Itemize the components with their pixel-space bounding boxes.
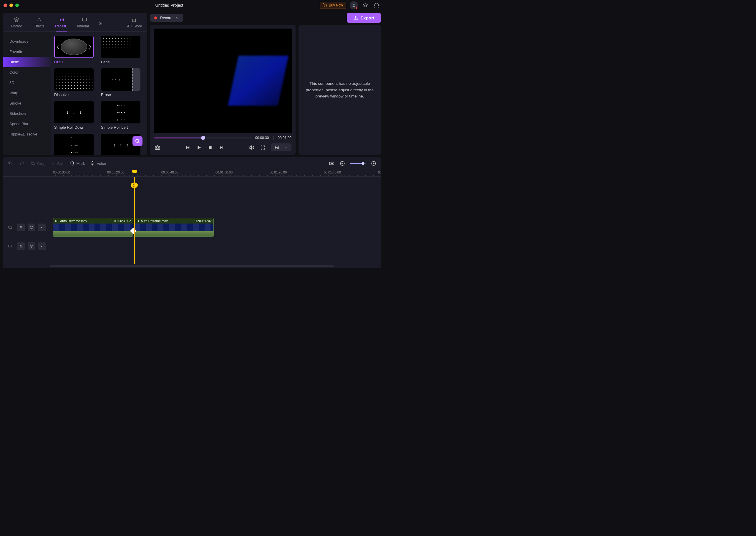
mark-tool[interactable]: Mark [70,161,85,166]
sidebar-label: Sideshow [10,111,26,116]
transitions-grid: Orb 1 Fade Dissolve ⋯→ Erase [51,31,147,155]
zoom-in-button[interactable] [370,160,377,167]
tutorials-button[interactable] [362,1,369,9]
project-title: Untitled Project [19,3,320,8]
undo-button[interactable] [7,160,14,167]
crop-icon [31,161,35,166]
tab-transitions[interactable]: Transiti... [51,16,73,31]
sidebar-label: Ripple&Dissolve [10,132,37,136]
chevron-down-icon [284,146,287,149]
tab-effects[interactable]: Effects [28,16,50,31]
account-button[interactable] [350,1,358,10]
zoom-handle[interactable] [362,162,364,165]
timeline-scrollbar[interactable] [50,265,334,267]
transition-simple-roll-right[interactable]: ⋯→⋯→⋯→ [54,134,97,155]
fit-timeline-button[interactable] [329,160,335,167]
track-mute-button[interactable] [38,223,46,231]
stop-button[interactable] [207,144,213,151]
split-tool[interactable]: Split [51,161,64,166]
export-label: Export [360,15,374,20]
redo-button[interactable] [19,160,25,167]
maximize-window[interactable] [15,4,19,7]
sidebar-item-favorite[interactable]: Favorite [3,47,51,57]
sidebar-item-downloads[interactable]: Downloads [3,36,51,47]
lock-icon [19,226,23,229]
timeline-panel: Crop Split Mark Voice 00:00:00:00 00:00:… [3,157,381,268]
zoom-fit-dropdown[interactable]: Fit [271,144,292,151]
search-transitions-button[interactable] [133,136,142,146]
snapshot-button[interactable] [154,144,161,151]
transition-orb1[interactable]: Orb 1 [54,36,97,64]
close-window[interactable] [4,4,7,7]
media-panel: Library Effects Transiti... Annotat... S… [3,13,147,155]
sidebar-item-speed-blur[interactable]: Speed Blur [3,119,51,129]
next-frame-button[interactable] [218,144,225,151]
svg-rect-15 [209,146,211,149]
transition-label: Simple Roll Down [54,125,97,130]
fullscreen-button[interactable] [260,144,266,151]
plus-circle-icon [371,161,376,166]
transitions-categories: Downloads Favorite Basic Color 3D Warp S… [3,31,51,155]
record-dropdown[interactable]: Record [150,14,183,22]
mark-label: Mark [76,161,85,166]
preview-progress-slider[interactable] [154,138,252,138]
track-number: 02 [8,225,14,229]
tab-annotations[interactable]: Annotat... [73,16,95,31]
sidebar-item-smoke[interactable]: Smoke [3,98,51,108]
timeline-clip[interactable]: Auto Reframe.mov 00:00:30:02 [53,218,133,237]
voice-tool[interactable]: Voice [90,161,106,166]
sidebar-item-warp[interactable]: Warp [3,88,51,98]
transition-simple-roll-left[interactable]: ←⋯←⋯←⋯ Simple Roll Left [101,101,144,130]
zoom-slider[interactable] [350,163,366,164]
sidebar-item-3d[interactable]: 3D [3,78,51,88]
timeline-ruler[interactable]: 00:00:00:00 00:00:20:00 00:00:40:00 00:0… [50,170,381,176]
preview-frame [228,56,289,106]
svg-rect-26 [20,227,22,228]
playhead-handle[interactable] [132,170,137,173]
sidebar-label: Warp [10,91,18,95]
track-lock-button[interactable] [17,242,25,250]
tab-library[interactable]: Library [5,16,27,31]
total-time: 00:01:00 [278,136,292,140]
minimize-window[interactable] [10,4,13,7]
crop-tool[interactable]: Crop [31,161,45,166]
prev-frame-button[interactable] [185,144,191,151]
export-button[interactable]: Export [347,13,381,23]
sidebar-item-ripple-dissolve[interactable]: Ripple&Dissolve [3,129,51,139]
stop-icon [208,145,212,150]
timeline-tracks: ⟩⟨ 02 Auto Reframe.mov 00:00:30:02 [3,177,381,264]
track-visibility-button[interactable] [28,242,35,250]
svg-point-27 [31,227,32,228]
support-button[interactable] [373,1,380,9]
transition-fade[interactable]: Fade [101,36,144,64]
ruler-tick: 00:00:20:00 [107,171,124,174]
tab-effects-label: Effects [34,24,44,28]
sidebar-item-sideshow[interactable]: Sideshow [3,108,51,119]
sidebar-item-basic[interactable]: Basic [3,57,51,67]
volume-button[interactable] [248,144,255,151]
playhead-line[interactable] [134,177,135,264]
slider-handle[interactable] [201,136,205,140]
transition-simple-roll-down[interactable]: ↓↓↓ Simple Roll Down [54,101,97,130]
tab-sfx-store[interactable]: SFX Store [123,16,145,31]
track-visibility-button[interactable] [28,223,35,231]
track-mute-button[interactable] [38,242,46,250]
buy-now-button[interactable]: Buy Now [320,2,346,9]
tab-transitions-label: Transiti... [54,24,69,28]
window-controls [4,4,19,7]
play-button[interactable] [196,144,202,151]
timeline-clip[interactable]: Auto Reframe.mov 00:00:30:02 [134,218,214,237]
svg-marker-14 [198,146,201,149]
transition-erase[interactable]: ⋯→ Erase [101,68,144,97]
tabs-more[interactable] [96,21,105,26]
track-lock-button[interactable] [17,223,25,231]
zoom-out-button[interactable] [339,160,346,167]
sidebar-item-color[interactable]: Color [3,67,51,78]
svg-point-11 [157,147,159,149]
transition-label: Orb 1 [54,60,97,64]
ruler-tick: 00:01:20:00 [270,171,287,174]
transition-dissolve[interactable]: Dissolve [54,68,97,97]
sidebar-label: Favorite [10,50,23,54]
preview-viewport[interactable] [154,29,292,133]
fullscreen-icon [260,145,266,150]
